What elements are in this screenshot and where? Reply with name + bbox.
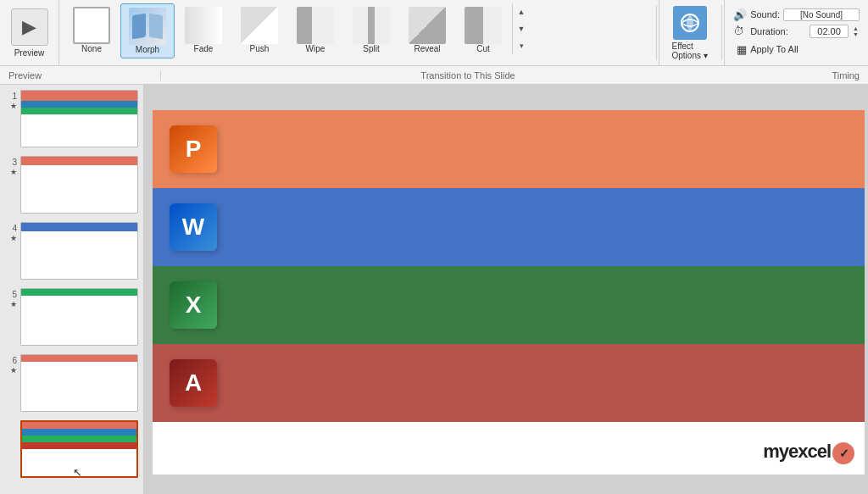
transition-fade[interactable]: Fade: [176, 3, 231, 57]
apply-to-all-button[interactable]: ▦ Apply To All: [733, 42, 860, 58]
reveal-label: Reveal: [414, 44, 440, 53]
split-icon: [353, 7, 390, 44]
transition-cut[interactable]: Cut: [456, 3, 510, 57]
cut-icon: [465, 7, 502, 44]
timing-section: 🔊 Sound: [No Sound] ⏱ Duration: 02.00 ▲ …: [724, 0, 868, 65]
section-bar-preview: Preview: [8, 70, 161, 80]
cut-label: Cut: [476, 44, 490, 53]
transition-morph[interactable]: Morph: [120, 3, 175, 58]
slide-number-1: 1: [5, 90, 17, 102]
slide-thumbnail-3: [20, 156, 138, 214]
watermark-my: my: [763, 441, 788, 462]
fade-icon: [185, 7, 222, 44]
band-powerpoint: P: [153, 110, 865, 188]
band-excel: X: [153, 266, 865, 344]
divider-2: [721, 5, 722, 60]
duration-row: ⏱ Duration: 02.00 ▲ ▼: [733, 25, 860, 38]
morph-icon: [129, 8, 166, 45]
section-bar-timing: Timing: [775, 70, 860, 80]
slide-star-6: ★: [10, 366, 17, 375]
slide-number-active: [5, 420, 17, 422]
apply-all-label: Apply To All: [750, 44, 798, 54]
transition-scroll-arrows: ▲ ▼ ▾: [512, 3, 530, 54]
apply-all-icon: ▦: [737, 43, 747, 56]
effect-label: EffectOptions ▾: [672, 42, 708, 60]
push-icon: [241, 7, 278, 44]
preview-section[interactable]: ▶ Preview: [0, 0, 59, 65]
slide-thumbnail-5: [20, 288, 138, 346]
slide-number-3: 3: [5, 156, 17, 168]
duration-icon: ⏱: [733, 25, 747, 37]
divider-1: [656, 5, 657, 60]
preview-label: Preview: [14, 48, 45, 58]
section-bar: Preview Transition to This Slide Timing: [0, 66, 868, 85]
sound-label: Sound:: [750, 9, 780, 19]
main-area: 1 ★ 3 ★: [0, 85, 868, 494]
slide-thumbnail-4: [20, 222, 138, 280]
reveal-icon: [409, 7, 446, 44]
transition-split[interactable]: Split: [344, 3, 398, 57]
transition-push[interactable]: Push: [232, 3, 287, 57]
sound-row: 🔊 Sound: [No Sound]: [733, 8, 860, 21]
slide-thumbnail-1: [20, 90, 138, 147]
access-icon: A: [170, 359, 217, 407]
watermark-circle: ✓: [832, 442, 854, 464]
sound-icon: 🔊: [733, 8, 747, 21]
duration-label: Duration:: [750, 26, 806, 36]
transition-reveal[interactable]: Reveal: [400, 3, 454, 57]
sound-value[interactable]: [No Sound]: [783, 8, 860, 21]
slide-thumb-3[interactable]: 3 ★: [3, 154, 140, 215]
word-icon: W: [170, 203, 217, 251]
duration-stepper[interactable]: ▲ ▼: [852, 25, 860, 37]
transitions-list: None Morph Fade Push Wipe: [64, 3, 510, 58]
none-icon: [73, 7, 110, 44]
stepper-up[interactable]: ▲: [852, 25, 860, 31]
scroll-down-arrow[interactable]: ▼: [515, 20, 528, 37]
band-access: A: [153, 344, 865, 422]
slide-thumbnail-6: [20, 354, 138, 412]
slide-thumb-1[interactable]: 1 ★: [3, 88, 140, 149]
slide-star-5: ★: [10, 300, 17, 308]
watermark: myexcel✓: [763, 441, 854, 464]
slide-thumb-4[interactable]: 4 ★: [3, 220, 140, 281]
stepper-down[interactable]: ▼: [852, 31, 860, 37]
powerpoint-icon: P: [170, 125, 217, 173]
split-label: Split: [363, 44, 379, 53]
watermark-excel: excel: [788, 441, 831, 462]
ribbon: ▶ Preview None Morph Fade Push: [0, 0, 868, 66]
slide-star-4: ★: [10, 234, 17, 242]
scroll-up-arrow[interactable]: ▲: [515, 3, 528, 20]
transitions-section: None Morph Fade Push Wipe: [59, 0, 654, 65]
slide-thumb-6[interactable]: 6 ★: [3, 352, 140, 414]
section-bar-title: Transition to This Slide: [161, 70, 775, 80]
slide-number-4: 4: [5, 222, 17, 234]
slide-star-1: ★: [10, 102, 17, 110]
duration-value[interactable]: 02.00: [810, 25, 849, 38]
wipe-icon: [297, 7, 334, 44]
morph-label: Morph: [136, 45, 159, 54]
slide-thumbnail-active: ↖: [20, 420, 138, 478]
transition-wipe[interactable]: Wipe: [288, 3, 342, 57]
excel-icon: X: [170, 281, 217, 329]
slide-number-6: 6: [5, 354, 17, 366]
slide-thumb-active[interactable]: ↖: [3, 419, 140, 480]
slide-canvas: P W X A myexcel✓: [153, 110, 865, 475]
effect-options-button[interactable]: EffectOptions ▾: [659, 0, 720, 65]
band-word: W: [153, 188, 865, 266]
slide-thumb-5[interactable]: 5 ★: [3, 286, 140, 347]
slide-star-3: ★: [10, 168, 17, 176]
slide-panel: 1 ★ 3 ★: [0, 85, 144, 494]
push-label: Push: [250, 44, 270, 53]
canvas-area: P W X A myexcel✓: [144, 85, 868, 494]
transition-none[interactable]: None: [64, 3, 119, 57]
effect-icon: [673, 6, 707, 40]
scroll-more-arrow[interactable]: ▾: [515, 37, 528, 54]
wipe-label: Wipe: [306, 44, 326, 53]
fade-label: Fade: [194, 44, 214, 53]
none-label: None: [81, 44, 102, 53]
section-preview-label: Preview: [8, 70, 42, 80]
preview-icon[interactable]: ▶: [11, 8, 48, 46]
slide-number-5: 5: [5, 288, 17, 300]
